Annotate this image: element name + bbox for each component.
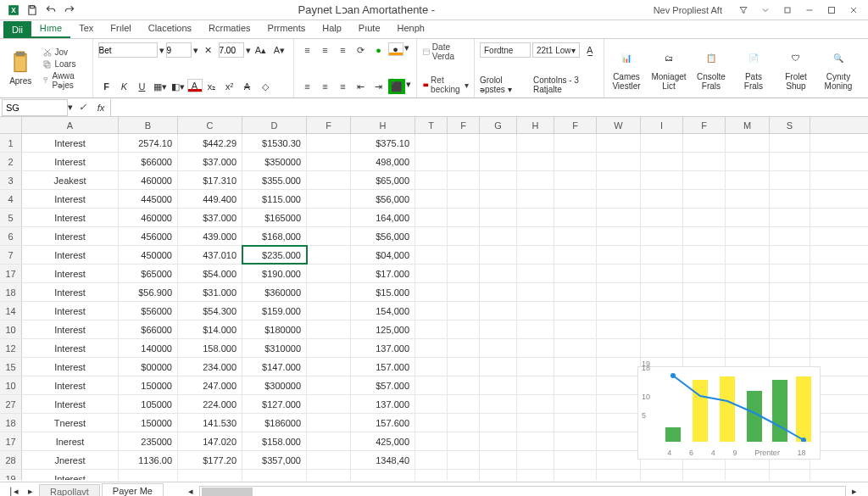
cell[interactable] <box>415 414 448 432</box>
ribbon-tab[interactable]: Henph <box>389 20 433 38</box>
cell[interactable] <box>726 302 770 320</box>
align-right-icon[interactable]: ≡ <box>335 79 352 94</box>
cell[interactable]: Jeakest <box>22 171 119 189</box>
cell[interactable] <box>641 470 683 480</box>
cell[interactable] <box>770 227 810 245</box>
cell[interactable] <box>517 451 554 469</box>
minimize-restore-icon[interactable] <box>778 2 797 19</box>
cell[interactable] <box>683 320 726 338</box>
ribbon-big-button[interactable]: 📄PatsFrals <box>733 43 774 94</box>
cell[interactable] <box>517 209 554 226</box>
cell[interactable]: Interest <box>22 283 119 301</box>
cell[interactable] <box>597 470 641 480</box>
row-header[interactable]: 10 <box>0 320 22 338</box>
cell[interactable] <box>554 246 597 264</box>
cell[interactable] <box>415 302 448 320</box>
cell[interactable] <box>554 320 597 338</box>
cell[interactable] <box>770 134 810 152</box>
cell[interactable] <box>448 414 480 432</box>
cell[interactable]: $186000 <box>242 414 307 432</box>
column-header[interactable]: F <box>448 117 480 133</box>
ribbon-tab[interactable]: Frılel <box>102 20 139 38</box>
cell[interactable] <box>448 451 480 469</box>
cell[interactable]: 141.530 <box>178 414 242 432</box>
align-top-icon[interactable]: ≡ <box>299 42 316 58</box>
cell[interactable] <box>480 395 517 413</box>
cell[interactable]: $442.29 <box>178 134 242 152</box>
cell[interactable] <box>726 470 770 480</box>
cell[interactable] <box>641 265 683 282</box>
cell[interactable]: $66000 <box>119 320 178 338</box>
orange-marker-icon[interactable]: ● <box>388 42 403 56</box>
cell[interactable] <box>415 227 448 245</box>
cell[interactable]: $31.000 <box>178 283 242 301</box>
cell[interactable] <box>726 134 770 152</box>
undo-icon[interactable] <box>42 2 59 19</box>
cell[interactable] <box>597 358 641 376</box>
cell[interactable]: $158.000 <box>242 432 307 450</box>
cell[interactable]: $159.000 <box>242 302 307 320</box>
cell[interactable]: $15.000 <box>351 283 415 301</box>
cell[interactable] <box>597 395 641 413</box>
cancel-formula-icon[interactable]: ✓ <box>75 99 90 116</box>
cell[interactable]: $17.000 <box>351 265 415 282</box>
date-format-button[interactable]: Date Verda <box>422 42 469 61</box>
cell[interactable] <box>554 283 597 301</box>
cell[interactable] <box>480 153 517 170</box>
cell[interactable] <box>517 171 554 189</box>
align-left-icon[interactable]: ≡ <box>299 79 316 94</box>
ribbon-options-icon[interactable] <box>756 2 775 19</box>
cell[interactable]: $14.000 <box>178 320 242 338</box>
strike-button[interactable]: A <box>239 79 256 94</box>
cell[interactable] <box>683 209 726 226</box>
cell[interactable] <box>448 265 480 282</box>
ribbon-tab[interactable]: Pıute <box>350 20 389 38</box>
cell[interactable]: 445000 <box>119 190 178 208</box>
cell[interactable] <box>307 376 351 394</box>
cell[interactable]: Tnerest <box>22 414 119 432</box>
cell[interactable] <box>307 451 351 469</box>
subscript-button[interactable]: x₂ <box>203 79 220 94</box>
cell[interactable] <box>641 283 683 301</box>
cell[interactable]: Interest <box>22 320 119 338</box>
cell[interactable] <box>597 209 641 226</box>
cell[interactable] <box>448 209 480 226</box>
cell[interactable]: $54.300 <box>178 302 242 320</box>
cell[interactable]: 2574.10 <box>119 134 178 152</box>
cell[interactable]: Interest <box>22 376 119 394</box>
cell[interactable] <box>517 246 554 264</box>
redo-icon[interactable] <box>61 2 78 19</box>
cell[interactable]: Interest <box>22 395 119 413</box>
cell[interactable] <box>480 414 517 432</box>
hscroll-right-icon[interactable]: ▸ <box>846 484 863 497</box>
cell[interactable] <box>683 302 726 320</box>
cell[interactable]: $56.900 <box>119 283 178 301</box>
cell[interactable] <box>641 246 683 264</box>
cell[interactable] <box>770 246 810 264</box>
cell[interactable] <box>448 246 480 264</box>
cell[interactable] <box>554 358 597 376</box>
cell[interactable]: $37.000 <box>178 209 242 226</box>
cell[interactable]: 1136.00 <box>119 451 178 469</box>
cell[interactable] <box>480 190 517 208</box>
cell[interactable] <box>307 227 351 245</box>
clear-button[interactable]: ◇ <box>257 79 274 94</box>
cell[interactable] <box>480 209 517 226</box>
cell[interactable]: 449.400 <box>178 190 242 208</box>
cell[interactable] <box>597 451 641 469</box>
ribbon-tab[interactable]: Tex <box>70 20 102 38</box>
maximize-icon[interactable] <box>822 2 841 19</box>
cell[interactable] <box>597 190 641 208</box>
ribbon-big-button[interactable]: 🔍CynıtyMoning <box>818 43 859 94</box>
cell[interactable] <box>683 265 726 282</box>
cell[interactable] <box>415 451 448 469</box>
cell[interactable]: $350000 <box>242 153 307 170</box>
cell[interactable]: 425,000 <box>351 432 415 450</box>
cell[interactable] <box>683 246 726 264</box>
cell[interactable] <box>683 134 726 152</box>
cell[interactable] <box>770 302 810 320</box>
cell[interactable]: Interest <box>22 302 119 320</box>
cell[interactable] <box>307 134 351 152</box>
cell[interactable]: $1530.30 <box>242 134 307 152</box>
cell[interactable] <box>448 358 480 376</box>
